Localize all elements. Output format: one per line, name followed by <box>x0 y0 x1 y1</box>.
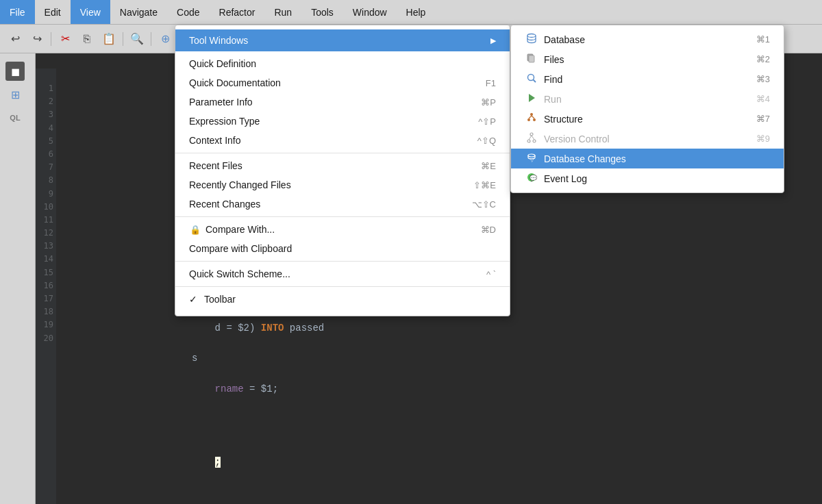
view-section-5: ✓ Toolbar <box>175 287 510 312</box>
svg-point-13 <box>533 140 536 142</box>
quick-documentation-shortcut: F1 <box>486 78 496 88</box>
toolbar-label: Toolbar <box>204 294 496 305</box>
tw-event-log-item[interactable]: 💬 Event Log <box>511 168 784 188</box>
recent-changes-item[interactable]: Recent Changes ⌥⇧C <box>175 194 510 214</box>
svg-point-6 <box>530 113 533 116</box>
toolbar-paste-button[interactable]: 📋 <box>99 29 119 49</box>
context-info-shortcut: ^⇧Q <box>477 136 496 146</box>
tw-structure-label: Structure <box>544 114 743 125</box>
parameter-info-shortcut: ⌘P <box>481 97 496 108</box>
vcs-icon <box>525 132 538 145</box>
tw-database-item[interactable]: Database ⌘1 <box>511 29 784 49</box>
side-panel: ◼ ⊞ QL <box>0 53 36 504</box>
tw-database-label: Database <box>544 34 743 45</box>
svg-point-0 <box>527 34 536 38</box>
menu-run[interactable]: Run <box>264 0 301 24</box>
menu-navigate[interactable]: Navigate <box>110 0 167 24</box>
menu-tools[interactable]: Tools <box>301 0 343 24</box>
toolbar-check-icon: ✓ <box>189 294 201 305</box>
side-btn-grid[interactable]: ⊞ <box>5 85 25 104</box>
tool-windows-label: Tool Windows <box>189 35 490 46</box>
menu-code[interactable]: Code <box>167 0 209 24</box>
tool-windows-submenu: Database ⌘1 Files ⌘2 Find ⌘3 Run ⌘4 <box>510 25 784 193</box>
tw-db-changes-item[interactable]: ▽ Database Changes <box>511 149 784 168</box>
code-line-3: rname = $1; <box>192 366 808 412</box>
recently-changed-files-item[interactable]: Recently Changed Files ⇧⌘E <box>175 175 510 194</box>
view-section-3: 🔒 Compare With... ⌘D Compare with Clipbo… <box>175 217 510 262</box>
compare-clipboard-item[interactable]: Compare with Clipboard <box>175 239 510 258</box>
svg-line-15 <box>532 136 534 140</box>
svg-point-16 <box>528 154 535 157</box>
db-changes-icon: ▽ <box>525 152 538 165</box>
menu-edit[interactable]: Edit <box>35 0 71 24</box>
compare-with-label: Compare With... <box>206 224 467 235</box>
svg-line-4 <box>534 80 536 83</box>
expression-type-shortcut: ^⇧P <box>478 116 496 127</box>
structure-icon <box>525 112 538 125</box>
view-menu-dropdown: Tool Windows ▶ Quick Definition Quick Do… <box>175 25 510 316</box>
code-line-highlight: ; <box>192 440 808 486</box>
tool-windows-menu-item[interactable]: Tool Windows ▶ <box>175 29 510 51</box>
recently-changed-files-shortcut: ⇧⌘E <box>473 180 496 190</box>
tw-vcs-item: Version Control ⌘9 <box>511 129 784 149</box>
parameter-info-item[interactable]: Parameter Info ⌘P <box>175 92 510 112</box>
view-section-1: Quick Definition Quick Documentation F1 … <box>175 51 510 153</box>
tool-windows-arrow-icon: ▶ <box>490 36 496 45</box>
quick-documentation-item[interactable]: Quick Documentation F1 <box>175 73 510 92</box>
tw-structure-item[interactable]: Structure ⌘7 <box>511 109 784 129</box>
run-icon <box>525 92 538 105</box>
database-icon <box>525 33 538 46</box>
svg-text:💬: 💬 <box>530 174 538 182</box>
quick-definition-item[interactable]: Quick Definition <box>175 54 510 73</box>
svg-line-14 <box>529 136 532 140</box>
context-info-item[interactable]: Context Info ^⇧Q <box>175 131 510 150</box>
svg-point-3 <box>528 75 534 81</box>
expression-type-label: Expression Type <box>189 116 464 127</box>
tw-run-shortcut: ⌘4 <box>756 94 770 104</box>
quick-switch-item[interactable]: Quick Switch Scheme... ^ ` <box>175 264 510 284</box>
side-btn-label[interactable]: QL <box>5 108 25 127</box>
toolbar-add-button[interactable]: ⊕ <box>155 29 175 49</box>
svg-line-9 <box>529 116 532 118</box>
menu-help[interactable]: Help <box>397 0 436 24</box>
toolbar-cut-button[interactable]: ✂ <box>55 29 75 49</box>
event-log-icon: 💬 <box>525 172 538 185</box>
quick-documentation-label: Quick Documentation <box>189 77 472 88</box>
view-section-4: Quick Switch Scheme... ^ ` <box>175 262 510 287</box>
toolbar-separator-1 <box>51 32 51 46</box>
tw-run-label: Run <box>544 94 743 105</box>
svg-point-7 <box>527 118 530 121</box>
compare-with-shortcut: ⌘D <box>481 225 496 235</box>
toolbar-search-button[interactable]: 🔍 <box>127 29 147 49</box>
tw-find-item[interactable]: Find ⌘3 <box>511 69 784 89</box>
tw-find-shortcut: ⌘3 <box>756 74 770 84</box>
compare-clipboard-label: Compare with Clipboard <box>189 243 496 254</box>
toolbar-back-button[interactable]: ↩ <box>5 29 25 49</box>
toolbar-forward-button[interactable]: ↪ <box>27 29 47 49</box>
tw-files-item[interactable]: Files ⌘2 <box>511 49 784 69</box>
recent-changes-label: Recent Changes <box>189 199 458 210</box>
quick-switch-shortcut: ^ ` <box>486 269 496 279</box>
toolbar-item[interactable]: ✓ Toolbar <box>175 290 510 309</box>
code-line-2: s <box>192 351 808 366</box>
compare-with-item[interactable]: 🔒 Compare With... ⌘D <box>175 220 510 239</box>
expression-type-item[interactable]: Expression Type ^⇧P <box>175 112 510 131</box>
toolbar-copy-button[interactable]: ⎘ <box>77 29 97 49</box>
context-info-label: Context Info <box>189 135 464 146</box>
recent-files-item[interactable]: Recent Files ⌘E <box>175 156 510 175</box>
tw-vcs-label: Version Control <box>544 134 743 144</box>
files-icon <box>525 53 538 66</box>
tw-find-label: Find <box>544 74 743 85</box>
side-btn-1[interactable]: ◼ <box>5 62 25 81</box>
svg-marker-5 <box>529 94 535 102</box>
tw-database-shortcut: ⌘1 <box>756 34 770 45</box>
menu-view[interactable]: View <box>71 0 110 24</box>
menu-file[interactable]: File <box>0 0 35 24</box>
tw-files-shortcut: ⌘2 <box>756 54 770 64</box>
svg-point-12 <box>527 140 530 142</box>
menu-refactor[interactable]: Refactor <box>210 0 265 24</box>
tw-db-changes-label: Database Changes <box>544 153 756 164</box>
tw-event-log-label: Event Log <box>544 173 756 184</box>
menu-window[interactable]: Window <box>343 0 397 24</box>
tw-run-item[interactable]: Run ⌘4 <box>511 89 784 109</box>
